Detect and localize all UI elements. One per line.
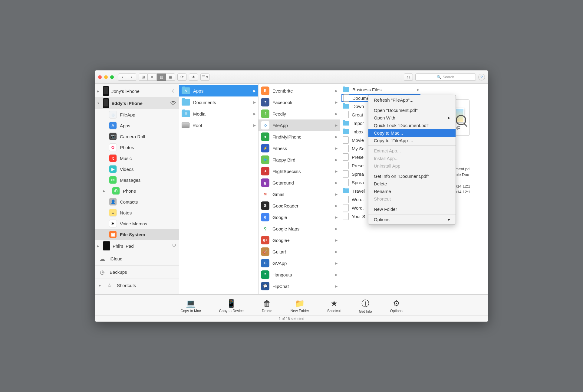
quicklook-button[interactable]: 👁 — [189, 74, 198, 81]
sidebar-item-label: Contacts — [120, 199, 138, 204]
sidebar-item-camera-roll[interactable]: 📷Camera Roll — [95, 131, 179, 142]
toolbar-copy-to-device-button[interactable]: 📱Copy to Device — [219, 299, 244, 313]
app-row-eventbrite[interactable]: EEventbrite▶ — [259, 85, 340, 96]
folder-row-business-files[interactable]: Business Files▶ — [340, 85, 422, 94]
search-field[interactable]: 🔍 Search — [415, 74, 476, 81]
app-row-fileapp[interactable]: ◇FileApp▶ — [259, 119, 340, 131]
close-window-button[interactable] — [98, 75, 102, 79]
app-row-gmail[interactable]: MGmail▶ — [259, 188, 340, 200]
menu-item-label: New Folder — [374, 207, 397, 212]
view-icons-button[interactable]: ⊞ — [139, 74, 148, 81]
app-icon: E — [261, 87, 269, 95]
menu-item-copy-to-fileapp[interactable]: Copy to "FileApp"... — [368, 137, 456, 144]
menu-item-label: Extract App... — [374, 148, 401, 153]
device-jony-iphone[interactable]: ▶ Jony's iPhone ☾ — [95, 85, 179, 97]
sidebar-item-voice-memos[interactable]: ✱Voice Memos — [95, 218, 179, 229]
view-list-button[interactable]: ≡ — [148, 74, 157, 81]
app-row-getaround[interactable]: gGetaround▶ — [259, 177, 340, 188]
view-columns-button[interactable]: ▥ — [157, 74, 166, 81]
moon-icon: ☾ — [172, 89, 176, 93]
app-row-google-maps[interactable]: ⚲Google Maps▶ — [259, 223, 340, 234]
chevron-right-icon: ▶ — [253, 123, 256, 127]
sidebar-item-file-system[interactable]: ▣File System — [95, 229, 179, 240]
toolbar-icon: 📁 — [295, 299, 305, 308]
menu-item-rename[interactable]: Rename — [368, 188, 456, 195]
toolbar-icon: ⚙ — [393, 299, 400, 308]
wifi-icon — [170, 101, 176, 105]
forward-button[interactable]: › — [127, 74, 136, 81]
device-eddy-iphone[interactable]: ▼ Eddy's iPhone — [95, 97, 179, 109]
folder-row-root[interactable]: Root▶ — [179, 119, 258, 131]
back-button[interactable]: ‹ — [118, 74, 127, 81]
toolbar-label: Delete — [262, 309, 272, 313]
app-row-google[interactable]: gGoogle▶ — [259, 211, 340, 223]
section-shortcuts[interactable]: ▶ ☆ Shortcuts — [95, 279, 179, 292]
app-row-gvapp[interactable]: GGVApp▶ — [259, 257, 340, 269]
app-row-fitness[interactable]: ⚡Fitness▶ — [259, 142, 340, 154]
sidebar-item-photos[interactable]: ✿Photos — [95, 142, 179, 153]
menu-item-new-folder[interactable]: New Folder — [368, 205, 456, 213]
zoom-window-button[interactable] — [110, 75, 114, 79]
app-row-flightspecials[interactable]: ✈FlightSpecials▶ — [259, 165, 340, 177]
refresh-button[interactable]: ⟳ — [177, 74, 186, 81]
sidebar-item-label: Notes — [120, 210, 132, 215]
toolbar-delete-button[interactable]: 🗑Delete — [262, 299, 272, 313]
app-row-guitar-[interactable]: 🎸Guitar!▶ — [259, 246, 340, 257]
sidebar-item-phone[interactable]: ▶✆Phone — [95, 185, 179, 196]
file-icon — [343, 153, 349, 161]
app-row-facebook[interactable]: fFacebook▶ — [259, 96, 340, 108]
menu-item-install-app: Install App... — [368, 155, 456, 162]
preview-magnifier-icon — [456, 115, 466, 125]
folder-row-documents[interactable]: Documents▶ — [179, 96, 258, 108]
toolbar-get-info-button[interactable]: ⓘGet Info — [359, 298, 372, 314]
menu-item-get-info-on-document-pdf[interactable]: Get Info on "Document.pdf" — [368, 172, 456, 180]
sidebar-item-apps[interactable]: AApps — [95, 120, 179, 131]
app-row-hipchat[interactable]: 💬HipChat▶ — [259, 280, 340, 292]
app-icon: ◇ — [261, 121, 269, 129]
toolbar-options-button[interactable]: ⚙Options — [390, 299, 402, 313]
app-row-hangouts[interactable]: ❝Hangouts▶ — [259, 269, 340, 280]
sidebar-item-notes[interactable]: ≡Notes — [95, 207, 179, 218]
sidebar-item-contacts[interactable]: 👤Contacts — [95, 196, 179, 207]
menu-item-options[interactable]: Options▶ — [368, 216, 456, 223]
sidebar-item-music[interactable]: ♫Music — [95, 153, 179, 164]
menu-item-refresh-fileapp[interactable]: Refresh "FileApp"... — [368, 96, 456, 104]
chevron-right-icon: ▶ — [335, 89, 338, 93]
device-phil-ipad[interactable]: ▶ Phil's iPad Ψ — [95, 240, 179, 252]
folder-row-apps[interactable]: AApps▶ — [179, 85, 258, 96]
app-row-goodreader[interactable]: GGoodReader▶ — [259, 200, 340, 211]
app-row-findmyiphone[interactable]: ●FindMyiPhone▶ — [259, 131, 340, 142]
app-row-flappy-bird[interactable]: 🐦Flappy Bird▶ — [259, 154, 340, 165]
menu-item-label: Rename — [374, 189, 391, 194]
folder-row-media[interactable]: 🏛Media▶ — [179, 108, 258, 119]
app-row-feedly[interactable]: fFeedly▶ — [259, 108, 340, 119]
menu-item-delete[interactable]: Delete — [368, 180, 456, 188]
file-icon — [343, 145, 349, 152]
chevron-right-icon: ▶ — [335, 146, 338, 150]
chevron-right-icon: ▶ — [253, 100, 256, 104]
action-menu-button[interactable]: ☰ ▾ — [200, 74, 209, 81]
menu-item-copy-to-mac[interactable]: Copy to Mac... — [368, 129, 456, 137]
sidebar-item-videos[interactable]: ▶Videos — [95, 164, 179, 175]
toolbar-new-folder-button[interactable]: 📁New Folder — [291, 299, 309, 313]
view-cover-button[interactable]: ▦ — [166, 74, 175, 81]
app-row-google-[interactable]: g+Google+▶ — [259, 234, 340, 246]
menu-item-open-document-pdf[interactable]: Open "Document.pdf" — [368, 106, 456, 114]
section-icloud[interactable]: ☁ iCloud — [95, 252, 179, 265]
menu-item-label: Shortcut — [374, 196, 391, 201]
menu-item-open-with[interactable]: Open With▶ — [368, 114, 456, 122]
folder-icon: 🏛 — [182, 110, 190, 117]
menu-separator — [368, 105, 456, 105]
section-backups[interactable]: ◷ Backups — [95, 265, 179, 279]
sidebar-item-fileapp[interactable]: ◇FileApp — [95, 109, 179, 120]
toolbar-label: Get Info — [359, 309, 372, 314]
menu-item-quick-look-document-pdf[interactable]: Quick Look "Document.pdf" — [368, 122, 456, 129]
chevron-right-icon: ▶ — [335, 238, 338, 242]
folder-icon — [182, 99, 190, 106]
toolbar-copy-to-mac-button[interactable]: 💻Copy to Mac — [180, 299, 201, 313]
toolbar-shortcut-button[interactable]: ★Shortcut — [327, 299, 341, 313]
help-button[interactable]: ? — [478, 74, 485, 80]
minimize-window-button[interactable] — [104, 75, 108, 79]
transfers-button[interactable]: ↑↓ — [404, 74, 413, 81]
sidebar-item-messages[interactable]: ✉Messages — [95, 175, 179, 185]
